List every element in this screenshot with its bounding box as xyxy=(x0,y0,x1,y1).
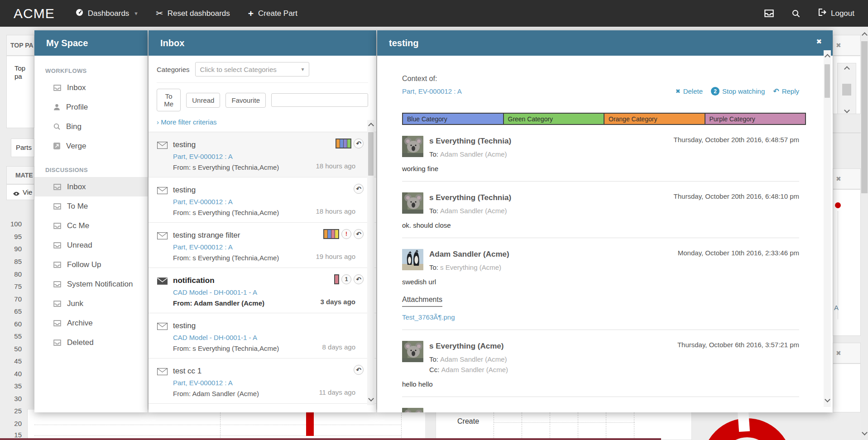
sidebar-item-follow-up[interactable]: Follow Up xyxy=(34,255,148,274)
context-object-link[interactable]: Part, EV-000012 : A xyxy=(402,87,462,95)
bg-view-row[interactable]: Vie xyxy=(6,184,34,200)
message-list-item[interactable]: testing CAD Model - DH-0001-1 - A From: … xyxy=(149,313,376,359)
menu-reset-dashboards[interactable]: ✂ Reset dashboards xyxy=(156,8,230,19)
message-body: hello hello xyxy=(402,380,799,388)
sidebar-item-profile[interactable]: Profile xyxy=(34,97,148,117)
bg-parts-tab[interactable]: Parts xyxy=(11,139,34,157)
message-list-item[interactable]: new discussion Part, EV-000012 : A xyxy=(149,404,376,412)
external-link-icon xyxy=(53,143,60,149)
category-stripes xyxy=(334,274,339,284)
close-icon[interactable]: ✖ xyxy=(836,349,841,357)
axis-tick: 60 xyxy=(5,320,22,328)
sidebar-item-to-me[interactable]: To Me xyxy=(34,196,148,216)
message-context-link[interactable]: Part, EV-000012 : A xyxy=(173,153,331,160)
reply-icon[interactable]: ↶ xyxy=(354,184,364,194)
user-icon xyxy=(53,104,60,110)
more-filter-criterias-link[interactable]: › More filter criterias xyxy=(157,118,368,126)
sidebar-item-label: Archive xyxy=(67,319,93,328)
category-tag-purple[interactable]: Purple Category xyxy=(705,113,806,125)
filter-favourite-button[interactable]: Favourite xyxy=(225,93,266,108)
discussion-scrollbar-thumb[interactable] xyxy=(825,64,830,98)
sidebar-item-workflows-inbox[interactable]: Inbox xyxy=(34,78,148,97)
bg-create-label[interactable]: Create xyxy=(457,417,479,426)
filter-unread-button[interactable]: Unread xyxy=(186,93,220,108)
sidebar-item-bing[interactable]: Bing xyxy=(34,117,148,136)
avatar xyxy=(402,408,423,412)
reply-icon[interactable]: ↶ xyxy=(354,274,364,284)
reply-icon: ↶ xyxy=(773,87,779,96)
page-scrollbar[interactable] xyxy=(861,27,868,440)
close-icon[interactable]: ✖ xyxy=(816,38,822,46)
discussion-scrollbar[interactable] xyxy=(824,50,831,407)
menu-create-part[interactable]: + Create Part xyxy=(248,9,297,18)
reply-icon[interactable]: ↶ xyxy=(354,139,364,148)
sidebar-item-system-notification[interactable]: System Notification xyxy=(34,274,148,294)
sidebar-item-discussions-inbox[interactable]: Inbox xyxy=(34,177,148,196)
sidebar-item-junk[interactable]: Junk xyxy=(34,294,148,313)
bg-create-panel: Create xyxy=(436,410,692,440)
message-title: notification xyxy=(173,276,331,285)
message-search-input[interactable] xyxy=(271,93,368,107)
avatar xyxy=(402,341,423,362)
message-from: From: Adam Sandler (Acme) xyxy=(173,390,331,397)
brand-logo[interactable]: ACME xyxy=(14,6,55,21)
categories-select[interactable]: Click to select Categories ▾ xyxy=(195,62,309,77)
categories-label: Categories xyxy=(157,66,190,73)
reply-label: Reply xyxy=(782,87,799,95)
thread-message: Adam Sandler (Acme) To:s Everything (Acm… xyxy=(402,249,799,330)
message-context-link[interactable]: CAD Model - DH-0001-1 - A xyxy=(173,334,331,341)
inbox-title: Inbox xyxy=(160,38,184,48)
attachment-link[interactable]: Test_3763Ã¶.png xyxy=(402,313,799,321)
message-context-link[interactable]: Part, EV-000012 : A xyxy=(173,243,331,251)
inbox-tray-icon[interactable] xyxy=(764,10,774,17)
menu-dashboards[interactable]: Dashboards ▾ xyxy=(76,9,138,19)
sidebar-item-deleted[interactable]: Deleted xyxy=(34,333,148,352)
reply-button[interactable]: ↶ Reply xyxy=(773,87,799,96)
bg-right-panel1-header: ✖ xyxy=(833,35,861,56)
sender-name: s Everything (Technia) xyxy=(429,192,674,202)
message-context-link[interactable]: Part, EV-000012 : A xyxy=(173,198,331,206)
bg-top-parts-body: Top pa xyxy=(6,56,34,128)
axis-tick: 45 xyxy=(5,357,22,365)
logout-button[interactable]: Logout xyxy=(818,9,854,18)
close-icon[interactable]: ✖ xyxy=(836,175,841,182)
axis-tick: 25 xyxy=(5,407,22,415)
inbox-scrollbar[interactable] xyxy=(367,120,374,405)
message-list-item[interactable]: notification CAD Model - DH-0001-1 - A F… xyxy=(149,268,376,313)
sidebar-item-unread[interactable]: Unread xyxy=(34,235,148,255)
sidebar-item-label: Cc Me xyxy=(67,221,89,230)
message-context-link[interactable]: CAD Model - DH-0001-1 - A xyxy=(173,288,331,296)
inbox-scrollbar-thumb[interactable] xyxy=(368,132,374,176)
message-list-item[interactable]: testing strange filter Part, EV-000012 :… xyxy=(149,223,376,268)
category-tag-blue[interactable]: Blue Category xyxy=(402,113,504,125)
bg-chart-baseline xyxy=(0,438,661,440)
message-list-item[interactable]: testing Part, EV-000012 : A From: s Ever… xyxy=(149,177,376,223)
message-from: From: Adam Sandler (Acme) xyxy=(173,299,331,307)
close-icon[interactable]: ✖ xyxy=(836,42,841,49)
message-title: new discussion xyxy=(173,412,331,412)
inbox-tray-icon xyxy=(53,85,61,91)
my-space-panel: My Space WORKFLOWS Inbox Profile Bing Ve… xyxy=(34,30,148,412)
to-recipient: Adam Sandler (Acme) xyxy=(440,207,507,215)
stop-watching-button[interactable]: 2 Stop watching xyxy=(711,87,765,96)
workflows-section-label: WORKFLOWS xyxy=(45,67,148,74)
sidebar-item-cc-me[interactable]: Cc Me xyxy=(34,216,148,235)
delete-button[interactable]: ✖ Delete xyxy=(676,87,703,95)
message-time: 11 days ago xyxy=(319,388,355,396)
sidebar-item-archive[interactable]: Archive xyxy=(34,313,148,333)
message-title: test cc 1 xyxy=(173,367,331,376)
reply-icon[interactable]: ↶ xyxy=(354,365,364,375)
bg-right-panel3-header: ✖ xyxy=(833,343,861,363)
message-context-link[interactable]: Part, EV-000012 : A xyxy=(173,379,331,387)
message-list-item[interactable]: testing Part, EV-000012 : A From: s Ever… xyxy=(149,132,376,177)
page-scrollbar-thumb[interactable] xyxy=(861,41,868,193)
sidebar-item-verge[interactable]: Verge xyxy=(34,136,148,156)
bg-mini-scrollbar[interactable] xyxy=(837,63,856,114)
search-icon[interactable] xyxy=(792,10,800,18)
message-list-item[interactable]: test cc 1 Part, EV-000012 : A From: Adam… xyxy=(149,359,376,404)
message-from: From: s Everything (Technia,Acme) xyxy=(173,344,331,352)
category-tag-green[interactable]: Green Category xyxy=(503,113,605,125)
reply-icon[interactable]: ↶ xyxy=(354,229,364,239)
category-tag-orange[interactable]: Orange Category xyxy=(604,113,705,125)
filter-to-me-button[interactable]: To Me xyxy=(157,89,181,111)
